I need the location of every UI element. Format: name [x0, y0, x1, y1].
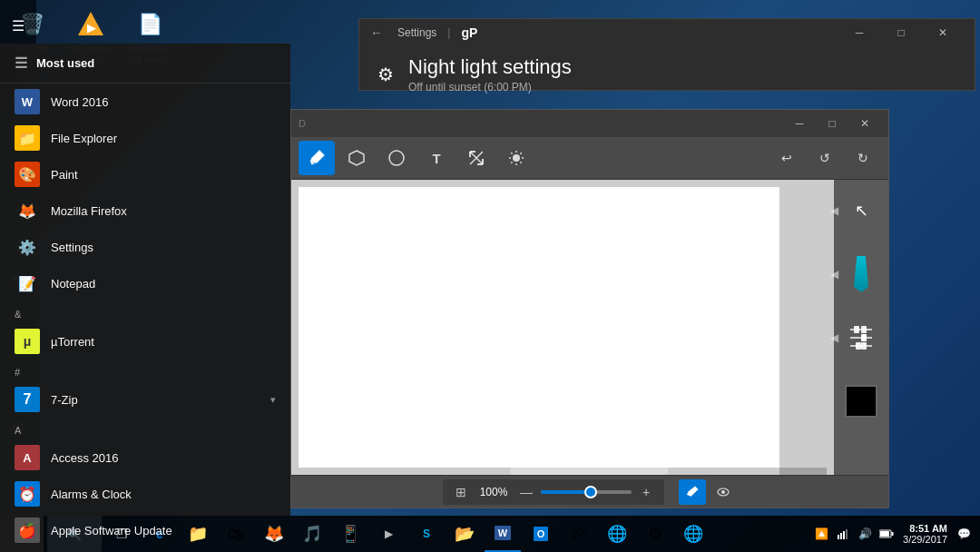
clock-label: Alarms & Clock — [51, 488, 132, 501]
svg-rect-19 — [838, 535, 839, 539]
night-light-titlebar-left: ← Settings | gP — [370, 25, 477, 40]
color-swatch-side[interactable] — [838, 374, 885, 429]
tray-volume-icon[interactable]: 🔊 — [856, 525, 874, 543]
zoom-slider-thumb[interactable] — [584, 486, 597, 498]
cursor-tool-side[interactable]: ◀ ↖ — [838, 183, 885, 238]
svg-rect-22 — [846, 529, 848, 539]
start-menu-item-clock[interactable]: ⏰ Alarms & Clock — [0, 476, 290, 512]
taskbar-pen[interactable]: 🖊 — [561, 516, 597, 552]
ink-window: D ─ □ ✕ T — [290, 109, 889, 508]
svg-line-9 — [511, 153, 512, 153]
redo-right-button[interactable]: ↻ — [845, 141, 881, 175]
svg-rect-24 — [892, 532, 894, 536]
adjust-side-item[interactable]: ◀ — [838, 310, 885, 365]
taskbar-music[interactable]: 🎵 — [294, 516, 330, 552]
titlebar-nav: ← — [370, 25, 383, 40]
section-amp: & — [0, 301, 290, 323]
undo-button[interactable]: ↩ — [769, 141, 805, 175]
utorrent-icon: μ — [15, 329, 40, 354]
media-taskbar-icon: ▶ — [385, 527, 393, 540]
taskbar-settings-item[interactable]: ⚙ — [637, 516, 673, 552]
taskbar-phone[interactable]: 📱 — [332, 516, 368, 552]
ink-restore-button[interactable]: □ — [816, 111, 848, 136]
taskbar-browser2[interactable]: 🌐 — [675, 516, 711, 552]
start-menu-item-apple[interactable]: 🍎 Apple Software Update — [0, 512, 290, 548]
hamburger-menu-button[interactable]: ☰ — [2, 9, 34, 42]
start-menu-item-settings[interactable]: ⚙️ Settings — [0, 229, 290, 265]
minimize-button[interactable]: ─ — [838, 19, 880, 46]
notepad-icon: 📝 — [15, 271, 40, 296]
horizontal-scrollbar[interactable] — [299, 468, 827, 475]
start-menu-item-fileexp[interactable]: 📁 File Explorer — [0, 120, 290, 156]
start-menu-item-notepad[interactable]: 📝 Notepad — [0, 265, 290, 301]
adjust-icon — [850, 329, 872, 347]
taskbar-skype[interactable]: S — [408, 516, 445, 552]
taskbar-media[interactable]: ▶ — [370, 516, 407, 552]
brightness-tool-button[interactable] — [498, 141, 534, 175]
pen-mode-button[interactable] — [679, 479, 706, 505]
redo-left-button[interactable]: ↺ — [807, 141, 843, 175]
start-menu-item-word[interactable]: W Word 2016 — [0, 84, 290, 120]
settings-taskbar-icon: ⚙ — [648, 524, 662, 544]
start-menu-item-access[interactable]: A Access 2016 — [0, 439, 290, 476]
taskbar-outlook[interactable]: O — [523, 516, 559, 552]
pen-tool-button[interactable] — [299, 141, 335, 175]
firefox-label: Mozilla Firefox — [51, 204, 127, 218]
color-swatch — [845, 385, 877, 418]
3d-shape-tool-button[interactable] — [338, 141, 375, 175]
apple-icon: 🍎 — [15, 518, 40, 543]
notification-button[interactable]: 💬 — [955, 525, 973, 543]
ink-toolbar: T ↩ ↺ ↻ — [291, 137, 888, 180]
night-light-text: Night light settings Off until sunset (6… — [408, 55, 572, 94]
start-menu-item-aquila[interactable]: A Aquila Technology ▾ — [0, 548, 290, 552]
eye-mode-button[interactable] — [710, 479, 737, 505]
eraser-tool-button[interactable] — [378, 141, 415, 175]
paint-label: Paint — [51, 168, 78, 182]
7zip-label: 7-Zip — [51, 393, 78, 407]
start-menu: ☰ Most used W Word 2016 📁 File Explorer … — [0, 44, 290, 516]
ink-close-button[interactable]: ✕ — [848, 111, 881, 136]
svg-rect-25 — [880, 531, 889, 537]
night-light-content: ⚙ Night light settings Off until sunset … — [359, 46, 975, 103]
skype-icon: S — [423, 527, 430, 540]
ink-title-text: D — [299, 118, 306, 129]
access-label: Access 2016 — [51, 451, 118, 465]
taskbar-folder[interactable]: 📂 — [446, 516, 483, 552]
ink-minimize-button[interactable]: ─ — [783, 111, 816, 136]
zoom-slider-fill — [541, 490, 591, 494]
night-light-heading: Night light settings — [408, 55, 572, 79]
zoom-slider[interactable] — [541, 490, 632, 494]
start-menu-most-used-label: Most used — [36, 56, 94, 70]
ink-canvas[interactable] — [299, 187, 779, 475]
taskbar-time[interactable]: 8:51 AM 3/29/2017 — [899, 523, 951, 545]
start-menu-item-paint[interactable]: 🎨 Paint — [0, 156, 290, 192]
undo-redo-group: ↩ ↺ ↻ — [769, 141, 881, 175]
tray-battery-icon[interactable] — [877, 525, 896, 543]
start-menu-item-firefox[interactable]: 🦊 Mozilla Firefox — [0, 192, 290, 229]
tray-network-icon[interactable] — [834, 525, 852, 543]
crop-tool-button[interactable] — [458, 141, 495, 175]
tray-expand-button[interactable]: 🔼 — [812, 525, 830, 543]
cursor-arrow-icon: ↖ — [855, 201, 868, 221]
taskbar-word-item[interactable]: W — [485, 516, 521, 552]
zoom-in-button[interactable]: + — [637, 483, 655, 501]
time-display: 8:51 AM — [903, 523, 947, 534]
start-menu-item-7zip[interactable]: 7 7-Zip ▾ — [0, 381, 290, 418]
svg-point-3 — [389, 151, 404, 165]
maximize-button[interactable]: □ — [880, 19, 922, 46]
zoom-out-button[interactable]: — — [517, 483, 535, 501]
back-button[interactable]: ← — [370, 25, 383, 40]
svg-marker-2 — [349, 151, 364, 165]
close-button[interactable]: ✕ — [922, 19, 964, 46]
svg-line-12 — [511, 162, 512, 163]
desktop: 🗑️ Recycle Bin ▶ UC media player 📄 Benef… — [0, 0, 980, 552]
access-icon: A — [15, 445, 40, 470]
fit-page-button[interactable]: ⊞ — [452, 483, 470, 501]
text-tool-button[interactable]: T — [418, 141, 455, 175]
start-menu-hamburger[interactable]: ☰ — [15, 54, 27, 72]
taskbar-globe2[interactable]: 🌐 — [599, 516, 635, 552]
pen-side-item[interactable]: ◀ — [838, 247, 885, 301]
7zip-arrow: ▾ — [270, 394, 276, 406]
settings-label: Settings — [51, 241, 93, 254]
start-menu-item-utorrent[interactable]: μ µTorrent — [0, 323, 290, 360]
